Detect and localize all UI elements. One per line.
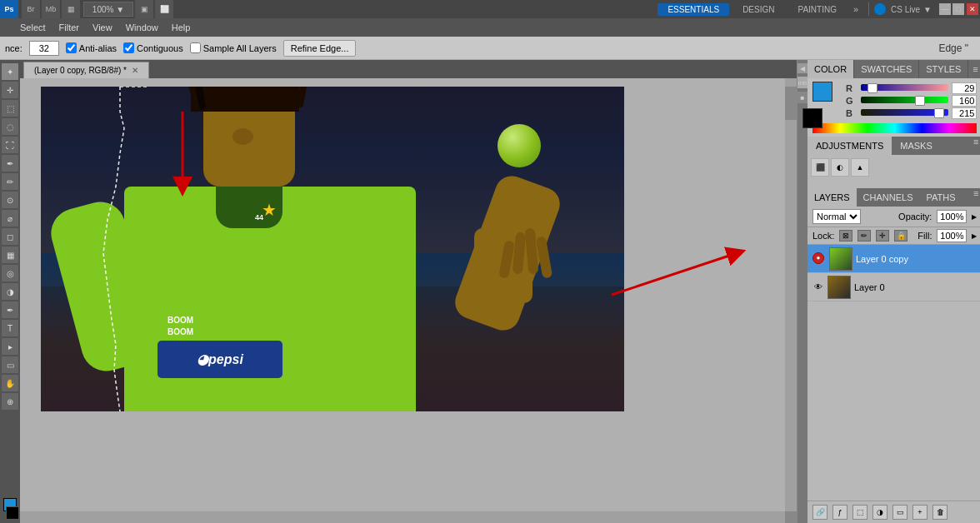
blend-mode-select[interactable]: Normal (812, 209, 861, 224)
tab-channels[interactable]: CHANNELS (857, 188, 920, 207)
history-brush-tool[interactable]: ⌀ (2, 210, 18, 227)
background-color[interactable] (6, 506, 19, 520)
lock-position-btn[interactable]: ✛ (876, 230, 889, 242)
adj-icon-3[interactable]: ▲ (851, 158, 869, 177)
view-arrange-btn[interactable]: ▦ (62, 0, 80, 18)
cs-live-btn[interactable]: CS Live ▼ (874, 3, 938, 15)
color-spectrum-bar[interactable] (812, 123, 977, 133)
br-btn[interactable]: Br (22, 0, 40, 18)
zoom-tool[interactable]: ⊕ (2, 393, 18, 410)
b-value[interactable] (952, 107, 977, 119)
stamp-tool[interactable]: ⊙ (2, 192, 18, 208)
path-select-tool[interactable]: ▸ (2, 338, 18, 355)
layer-0-copy-visibility[interactable]: ● (812, 252, 826, 266)
anti-alias-checkbox[interactable] (66, 42, 77, 53)
tab-paths[interactable]: PATHS (920, 188, 962, 207)
close-btn[interactable]: ✕ (967, 3, 978, 15)
r-label: R (846, 83, 858, 93)
lock-all-btn[interactable]: 🔒 (894, 230, 908, 242)
layer-new-btn[interactable]: + (912, 505, 928, 520)
opacity-chevron[interactable]: ▶ (972, 213, 977, 221)
marquee-tool[interactable]: ⬚ (2, 100, 18, 117)
more-workspaces-btn[interactable]: » (848, 2, 863, 16)
layer-mask-btn[interactable]: ⬚ (852, 505, 868, 520)
menu-filter[interactable]: Filter (52, 21, 86, 34)
adj-icon-1[interactable]: ⬛ (811, 158, 829, 177)
hand-tool[interactable]: ✋ (2, 375, 18, 391)
tab-close-btn[interactable]: ✕ (132, 66, 138, 75)
canvas-scrollbar-v[interactable] (785, 78, 797, 511)
essentials-btn[interactable]: ESSENTIALS (658, 3, 729, 16)
layer-link-btn[interactable]: 🔗 (812, 505, 828, 520)
color-panel-expand[interactable]: ≡ (968, 64, 980, 74)
screen-mode-btn[interactable]: ▣ (135, 0, 153, 18)
layer-adj-btn[interactable]: ◑ (872, 505, 888, 520)
design-btn[interactable]: DESIGN (732, 3, 784, 16)
tab-color[interactable]: COLOR (808, 60, 854, 78)
shape-tool[interactable]: ▭ (2, 356, 18, 373)
tab-layers[interactable]: LAYERS (808, 188, 857, 207)
menu-file[interactable] (0, 26, 13, 29)
contiguous-label[interactable]: Contiguous (123, 42, 183, 53)
menu-select[interactable]: Select (13, 21, 52, 34)
painting-btn[interactable]: PAINTING (788, 3, 846, 16)
lock-image-btn[interactable]: ✏ (858, 230, 871, 242)
layer-0-item[interactable]: 👁 Layer 0 (808, 273, 980, 301)
tolerance-input[interactable] (29, 41, 59, 56)
tab-masks[interactable]: MASKS (892, 137, 941, 155)
background-color-swatch[interactable] (802, 108, 822, 128)
g-value[interactable] (952, 95, 977, 107)
layers-panel-expand[interactable]: ≡ (970, 188, 980, 207)
mb-btn[interactable]: Mb (42, 0, 60, 18)
eyedropper-tool[interactable]: ✒ (2, 155, 18, 172)
foreground-color-swatch[interactable] (812, 82, 832, 102)
menu-view[interactable]: View (86, 21, 119, 34)
adj-panel-expand[interactable]: ≡ (970, 137, 980, 155)
sample-all-label[interactable]: Sample All Layers (190, 42, 277, 53)
magic-wand-tool[interactable]: ✦ (2, 63, 18, 80)
lock-transparent-btn[interactable]: ⊠ (839, 230, 852, 242)
adj-icon-2[interactable]: ◐ (831, 158, 849, 177)
contiguous-checkbox[interactable] (123, 42, 134, 53)
fill-input[interactable] (937, 229, 967, 242)
g-slider-thumb[interactable] (915, 96, 925, 106)
crop-tool[interactable]: ⛶ (2, 137, 18, 153)
tab-swatches[interactable]: SWATCHES (854, 60, 919, 78)
menu-window[interactable]: Window (119, 21, 165, 34)
fill-chevron[interactable]: ▶ (972, 232, 977, 240)
image-canvas[interactable]: ◕pepsi BOOMBOOM ★ 44 (41, 87, 624, 411)
menu-help[interactable]: Help (165, 21, 198, 34)
layer-group-btn[interactable]: ▭ (892, 505, 908, 520)
tab-adjustments[interactable]: ADJUSTMENTS (808, 137, 892, 155)
minimize-btn[interactable]: — (939, 3, 951, 15)
zoom-select[interactable]: 100% ▼ (83, 2, 133, 17)
screen-toggle-btn[interactable]: ⬜ (155, 0, 173, 18)
layer-style-btn[interactable]: ƒ (832, 505, 848, 520)
maximize-btn[interactable]: □ (952, 3, 964, 15)
b-slider-thumb[interactable] (934, 108, 944, 118)
layer-delete-btn[interactable]: 🗑 (932, 505, 948, 520)
brush-tool[interactable]: ✏ (2, 173, 18, 190)
anti-alias-label[interactable]: Anti-alias (66, 42, 117, 53)
layer-0-copy-item[interactable]: ● Layer 0 copy (808, 245, 980, 273)
refine-edge-btn[interactable]: Refine Edge... (283, 40, 357, 57)
canvas-scroll-thumb-v[interactable] (785, 87, 797, 120)
r-value[interactable] (952, 82, 977, 94)
canvas-scrollbar-h[interactable] (20, 511, 785, 523)
sample-all-checkbox[interactable] (190, 42, 201, 53)
eraser-tool[interactable]: ◻ (2, 228, 18, 245)
type-tool[interactable]: T (2, 320, 18, 336)
tab-styles[interactable]: STYLES (919, 60, 968, 78)
blur-tool[interactable]: ◎ (2, 265, 18, 281)
pen-tool[interactable]: ✒ (2, 301, 18, 318)
layer-0-visibility[interactable]: 👁 (812, 281, 824, 293)
document-tab[interactable]: (Layer 0 copy, RGB/8#) * ✕ (23, 62, 149, 78)
gradient-tool[interactable]: ▦ (2, 247, 18, 263)
lasso-tool[interactable]: ◌ (2, 118, 18, 135)
dodge-tool[interactable]: ◑ (2, 283, 18, 300)
r-slider-thumb[interactable] (868, 83, 878, 93)
opacity-input[interactable] (937, 210, 967, 223)
move-tool[interactable]: ✛ (2, 82, 18, 98)
panel-collapse-btn[interactable]: ◀ (798, 63, 808, 73)
side-tool-icon[interactable]: ■ (798, 92, 808, 103)
